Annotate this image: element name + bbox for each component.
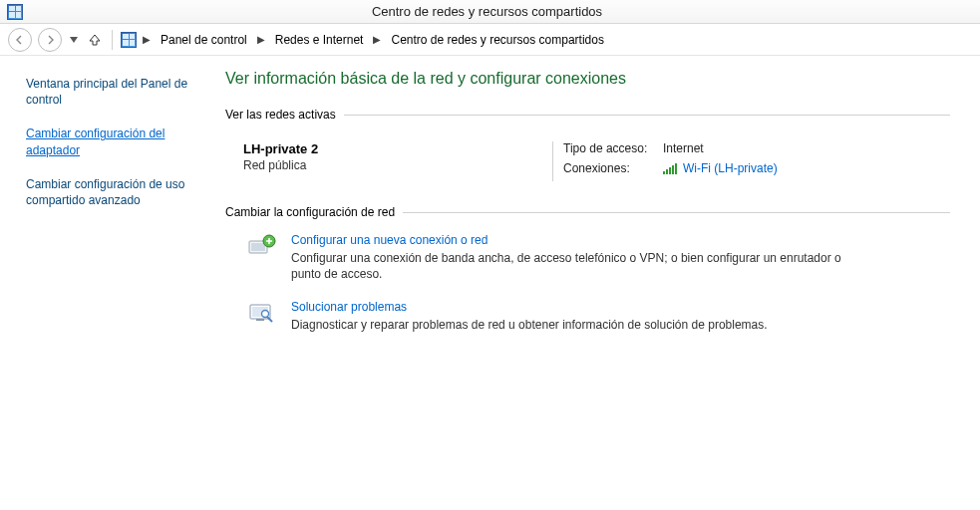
forward-button[interactable]: [38, 28, 62, 52]
active-networks-label: Ver las redes activas: [225, 108, 336, 122]
connections-label: Conexiones:: [563, 161, 663, 175]
navigation-bar: ▶ Panel de control ▶ Redes e Internet ▶ …: [0, 24, 980, 56]
config-option-troubleshoot[interactable]: Solucionar problemas Diagnosticar y repa…: [247, 300, 950, 333]
active-network-row: LH-private 2 Red pública Tipo de acceso:…: [225, 135, 950, 205]
chevron-right-icon[interactable]: ▶: [371, 34, 383, 45]
up-button[interactable]: [86, 31, 104, 49]
wifi-signal-icon: [663, 162, 677, 174]
content-area: Ventana principal del Panel de control C…: [0, 56, 980, 362]
config-options: Configurar una nueva conexión o red Conf…: [225, 233, 950, 334]
svg-rect-5: [256, 319, 264, 321]
svg-rect-1: [251, 243, 265, 251]
main-panel: Ver información básica de la red y confi…: [207, 56, 980, 362]
history-dropdown-icon[interactable]: [68, 37, 80, 43]
access-type-label: Tipo de acceso:: [563, 141, 663, 155]
sidebar-item-main-window[interactable]: Ventana principal del Panel de control: [26, 76, 201, 108]
change-config-header: Cambiar la configuración de red: [225, 205, 950, 219]
svg-point-6: [262, 311, 269, 318]
page-title: Ver información básica de la red y confi…: [225, 70, 950, 88]
network-name: LH-private 2: [243, 141, 542, 156]
control-panel-icon[interactable]: [121, 32, 137, 48]
connection-link-label: Wi-Fi (LH-private): [683, 161, 778, 175]
vertical-divider: [552, 141, 553, 181]
breadcrumb-item[interactable]: Panel de control: [157, 31, 251, 49]
active-networks-header: Ver las redes activas: [225, 108, 950, 122]
sidebar: Ventana principal del Panel de control C…: [0, 56, 207, 362]
divider: [403, 212, 950, 213]
breadcrumb: ▶ Panel de control ▶ Redes e Internet ▶ …: [121, 31, 608, 49]
new-connection-icon: [247, 233, 279, 261]
config-option-desc: Diagnosticar y reparar problemas de red …: [291, 317, 768, 333]
config-option-title: Configurar una nueva conexión o red: [291, 233, 849, 247]
chevron-right-icon[interactable]: ▶: [141, 34, 153, 45]
access-type-value: Internet: [663, 141, 704, 155]
config-option-desc: Configurar una conexión de banda ancha, …: [291, 250, 849, 282]
troubleshoot-icon: [247, 300, 279, 328]
connection-link[interactable]: Wi-Fi (LH-private): [663, 161, 778, 175]
divider: [344, 115, 950, 116]
network-info: LH-private 2 Red pública: [243, 141, 542, 181]
chevron-right-icon[interactable]: ▶: [255, 34, 267, 45]
sidebar-item-adapter-settings[interactable]: Cambiar configuración del adaptador: [26, 126, 201, 157]
window-titlebar: Centro de redes y recursos compartidos: [0, 0, 980, 24]
network-type: Red pública: [243, 158, 542, 172]
network-details: Tipo de acceso: Internet Conexiones: Wi-…: [563, 141, 778, 181]
breadcrumb-item[interactable]: Redes e Internet: [271, 31, 368, 49]
nav-separator: [112, 30, 113, 50]
config-option-title: Solucionar problemas: [291, 300, 768, 314]
window-title: Centro de redes y recursos compartidos: [24, 4, 980, 19]
control-panel-icon: [6, 3, 24, 21]
change-config-label: Cambiar la configuración de red: [225, 205, 395, 219]
sidebar-item-advanced-sharing[interactable]: Cambiar configuración de uso compartido …: [26, 176, 201, 208]
config-option-new-connection[interactable]: Configurar una nueva conexión o red Conf…: [247, 233, 950, 282]
back-button[interactable]: [8, 28, 32, 52]
breadcrumb-item[interactable]: Centro de redes y recursos compartidos: [387, 31, 607, 49]
